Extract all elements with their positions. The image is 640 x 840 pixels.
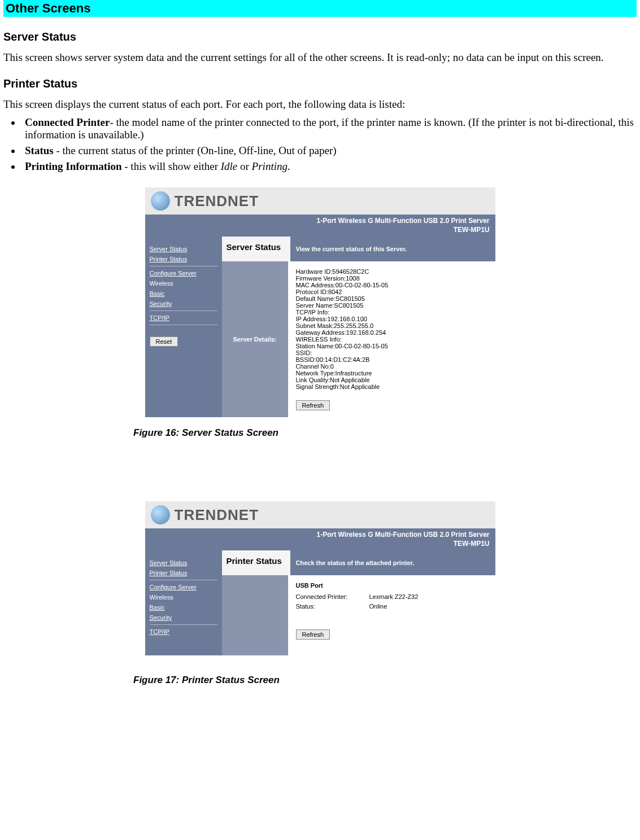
def: - the model name of the printer connecte…	[25, 116, 634, 141]
table-row: Connected Printer:Lexmark Z22-Z32	[296, 593, 487, 600]
detail-line: TCP/IP Info:	[296, 309, 487, 316]
nav-security[interactable]: Security	[150, 614, 217, 621]
section-banner: Other Screens	[3, 0, 637, 17]
detail-line: Link Quality:Not Applicable	[296, 377, 487, 383]
nav-basic[interactable]: Basic	[150, 290, 217, 297]
details-label	[222, 575, 288, 655]
figure-17-caption: Figure 17: Printer Status Screen	[133, 675, 637, 686]
refresh-button[interactable]: Refresh	[296, 400, 330, 410]
term: Printing Information	[25, 160, 122, 172]
figure-17-screenshot: TRENDNET 1-Port Wireless G Multi-Functio…	[145, 501, 495, 655]
details-label: Server Details:	[222, 261, 288, 417]
panel-desc: Check the status of the attached printer…	[290, 550, 495, 575]
nav-wireless: Wireless	[150, 280, 217, 287]
def: or	[237, 160, 251, 172]
detail-line: Signal Strength:Not Applicable	[296, 383, 487, 390]
sidebar-nav: Server Status Printer Status Configure S…	[145, 237, 222, 417]
product-header: 1-Port Wireless G Multi-Function USB 2.0…	[145, 528, 495, 550]
nav-server-status[interactable]: Server Status	[150, 246, 217, 252]
printer-status-list: Connected Printer- the model name of the…	[3, 116, 637, 173]
detail-line: MAC Address:00-C0-02-80-15-05	[296, 282, 487, 288]
brand-name: TRENDNET	[175, 193, 259, 210]
nav-tcpip[interactable]: TCP/IP	[150, 314, 217, 321]
heading-server-status: Server Status	[3, 30, 637, 43]
heading-printer-status: Printer Status	[3, 77, 637, 90]
detail-line: Firmware Version:1008	[296, 275, 487, 282]
brand-globe-icon	[151, 191, 170, 211]
nav-printer-status[interactable]: Printer Status	[150, 256, 217, 262]
detail-line: Network Type:Infrastructure	[296, 370, 487, 377]
para-printer-status: This screen displays the current status …	[3, 98, 637, 111]
nav-basic[interactable]: Basic	[150, 604, 217, 611]
detail-line: Hardware ID:5946528C2C	[296, 268, 487, 275]
list-item: Printing Information - this will show ei…	[21, 160, 637, 173]
detail-line: IP Address:192.168.0.100	[296, 316, 487, 322]
detail-line: Channel No:0	[296, 363, 487, 370]
table-row: Status:Online	[296, 603, 487, 610]
detail-line: Gateway Address:192.168.0.254	[296, 329, 487, 336]
emphasis: Printing	[252, 160, 288, 172]
detail-line: SSID:	[296, 349, 487, 356]
panel-desc: View the current status of this Server.	[290, 237, 495, 261]
detail-line: WIRELESS Info:	[296, 336, 487, 343]
reset-button[interactable]: Reset	[150, 336, 178, 347]
nav-configure-server[interactable]: Configure Server	[150, 584, 217, 590]
detail-line: Subnet Mask:255.255.255.0	[296, 322, 487, 329]
panel-title: Server Status	[222, 237, 290, 261]
product-header: 1-Port Wireless G Multi-Function USB 2.0…	[145, 215, 495, 237]
nav-printer-status[interactable]: Printer Status	[150, 570, 217, 576]
def: - this will show either	[122, 160, 221, 172]
term: Connected Printer	[25, 116, 110, 128]
details-panel: Hardware ID:5946528C2CFirmware Version:1…	[288, 261, 495, 417]
detail-line: Station Name:00-C0-02-80-15-05	[296, 343, 487, 349]
detail-line: Protocol ID:8042	[296, 288, 487, 295]
detail-line: Default Name:SC801505	[296, 295, 487, 302]
usb-port-heading: USB Port	[296, 582, 487, 589]
term: Status	[25, 145, 54, 156]
para-server-status: This screen shows server system data and…	[3, 51, 637, 64]
panel-title: Printer Status	[222, 550, 290, 575]
nav-tcpip[interactable]: TCP/IP	[150, 628, 217, 635]
brand-name: TRENDNET	[175, 506, 259, 524]
nav-configure-server[interactable]: Configure Server	[150, 270, 217, 277]
details-panel: USB Port Connected Printer:Lexmark Z22-Z…	[288, 575, 495, 655]
refresh-button[interactable]: Refresh	[296, 629, 330, 640]
nav-wireless: Wireless	[150, 594, 217, 601]
def: - the current status of the printer (On-…	[54, 145, 337, 156]
figure-16-caption: Figure 16: Server Status Screen	[133, 427, 637, 439]
nav-server-status[interactable]: Server Status	[150, 559, 217, 566]
brand-globe-icon	[151, 505, 170, 524]
nav-security[interactable]: Security	[150, 300, 217, 307]
sidebar-nav: Server Status Printer Status Configure S…	[145, 550, 222, 655]
def: .	[288, 160, 290, 172]
figure-16-screenshot: TRENDNET 1-Port Wireless G Multi-Functio…	[145, 187, 495, 417]
emphasis: Idle	[221, 160, 238, 172]
detail-line: BSSID:00:14:D1:C2:4A:2B	[296, 356, 487, 363]
list-item: Status - the current status of the print…	[21, 145, 637, 157]
list-item: Connected Printer- the model name of the…	[21, 116, 637, 141]
detail-line: Server Name:SC801505	[296, 302, 487, 309]
